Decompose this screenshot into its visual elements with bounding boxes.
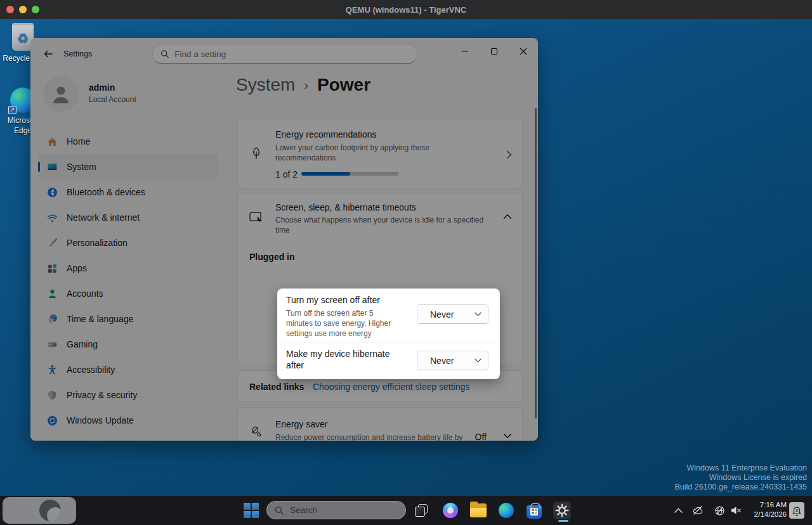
dock-app-icon[interactable] (39, 500, 61, 521)
desktop: ♻ Recycle Bin ↗ Microsoft Edge Windows 1… (0, 19, 812, 525)
cloud-offline-icon (692, 505, 704, 515)
volume-tray-button[interactable] (730, 505, 742, 516)
task-view-icon (414, 503, 428, 517)
chevron-down-icon (475, 312, 481, 316)
watermark-line: Windows License is expired (674, 473, 807, 483)
file-explorer-icon (470, 503, 487, 517)
windows-watermark: Windows 11 Enterprise Evaluation Windows… (674, 463, 807, 492)
onedrive-tray-button[interactable] (692, 505, 704, 516)
notification-bell-button[interactable]: z (789, 502, 804, 519)
network-tray-button[interactable] (714, 505, 725, 516)
dropdown-value: Never (430, 309, 454, 320)
task-view-button[interactable] (412, 502, 430, 519)
dropdown-value: Never (430, 356, 454, 366)
setting-title: Make my device hibernate after (286, 348, 407, 371)
watermark-line: Build 26100.ge_release.240331-1435 (674, 483, 807, 492)
copilot-icon (443, 503, 458, 518)
active-app-indicator (558, 520, 568, 522)
tray-date: 2/14/2026 (754, 510, 787, 519)
start-button[interactable] (242, 502, 260, 519)
windows-logo-icon (244, 503, 259, 518)
mac-close-button[interactable] (6, 6, 14, 13)
chevron-down-icon (475, 358, 481, 363)
taskbar-search-label: Search (290, 505, 317, 515)
bell-dnd-icon: z (791, 505, 802, 516)
tray-overflow-button[interactable] (672, 505, 684, 516)
dim-overlay (30, 38, 538, 441)
mac-zoom-button[interactable] (32, 6, 39, 13)
edge-icon (499, 503, 514, 518)
setting-title: Turn my screen off after (286, 295, 380, 305)
svg-text:z: z (796, 508, 798, 512)
tray-clock[interactable]: 7:16 AM 2/14/2026 (754, 500, 787, 519)
speaker-muted-icon (730, 505, 742, 515)
settings-taskbar-button[interactable] (553, 502, 571, 519)
chevron-up-icon (674, 508, 683, 513)
copilot-button[interactable] (442, 502, 459, 519)
taskbar (0, 496, 812, 525)
no-internet-icon (714, 505, 725, 516)
watermark-line: Windows 11 Enterprise Evaluation (674, 463, 807, 473)
dock-corner (3, 497, 76, 524)
mac-minimize-button[interactable] (19, 6, 27, 13)
taskbar-search[interactable]: Search (266, 501, 406, 519)
timeout-settings-popup: Turn my screen off after Turn off the sc… (277, 288, 500, 379)
store-button[interactable] (525, 502, 543, 519)
screen: QEMU (windows11) - TigerVNC ♻ Recycle Bi… (0, 0, 812, 525)
vnc-window-title: QEMU (windows11) - TigerVNC (0, 5, 812, 15)
shortcut-arrow-icon: ↗ (8, 106, 16, 114)
store-icon (527, 505, 542, 519)
file-explorer-button[interactable] (469, 502, 487, 519)
hibernate-dropdown[interactable]: Never (417, 351, 488, 370)
edge-button[interactable] (497, 502, 515, 519)
setting-description: Turn off the screen after 5 minutes to s… (286, 308, 397, 339)
tray-time: 7:16 AM (754, 500, 787, 510)
screen-off-dropdown[interactable]: Never (417, 304, 488, 324)
vnc-titlebar: QEMU (windows11) - TigerVNC (0, 0, 812, 19)
gear-icon (554, 503, 570, 518)
search-icon (275, 506, 284, 515)
